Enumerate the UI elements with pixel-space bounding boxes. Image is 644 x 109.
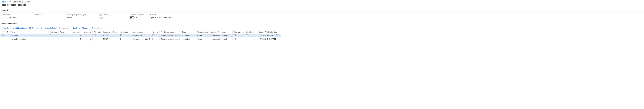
- disable-button[interactable]: Disable ⌄: [82, 27, 90, 29]
- breadcrumb-my-view[interactable]: My view⌄: [24, 1, 32, 3]
- col-header-skip-staging[interactable]: Skip staging: [119, 30, 131, 34]
- section-header-selected-entities[interactable]: Selected entities: [0, 21, 644, 26]
- breadcrumb-sep: |: [22, 1, 23, 3]
- cell-sample-expiry: 1/24/2025 5:43:47 PM: [257, 38, 281, 41]
- col-header-application-module[interactable]: Application module: [160, 30, 181, 34]
- cell-sample-expiry: 1/24/2025 5:43:30 …: [258, 35, 275, 37]
- col-header-stop-level-error[interactable]: Stop level …: [245, 30, 257, 34]
- stop-level-error-checkbox[interactable]: [246, 38, 248, 40]
- cell-sheet-lookup: Info_code_translation$: [131, 38, 151, 41]
- default-refresh-type-dropdown[interactable]: Incremental push only⌄: [210, 35, 231, 37]
- chevron-down-icon: ⌄: [149, 35, 150, 36]
- add-file-button[interactable]: + Add file ⌄: [2, 27, 11, 29]
- section-header-import[interactable]: Import: [0, 8, 644, 12]
- stop-unit-error-checkbox[interactable]: [234, 38, 236, 40]
- entity-attribute-button[interactable]: Entity attribute: [92, 27, 104, 29]
- add-template-button[interactable]: + Add template ⌄: [13, 27, 27, 29]
- col-header-disable[interactable]: Disable: [151, 30, 160, 34]
- disable-checkbox[interactable]: [152, 34, 154, 36]
- chevron-down-icon: ⌄: [79, 27, 80, 29]
- remove-entity-button[interactable]: Remove entity: [29, 27, 43, 29]
- cell-tags: Infocodes: [181, 34, 195, 38]
- cell-entity: Info code translation: [10, 38, 26, 40]
- col-header-execution-unit[interactable]: Executi…↑: [58, 30, 70, 34]
- col-header-obsolete[interactable]: Obsolete: [92, 30, 102, 34]
- obsolete-checkbox[interactable]: [94, 34, 96, 36]
- entity-link[interactable]: Info codes: [10, 35, 18, 37]
- sheet-lookup-dropdown[interactable]: Info_codes$⌄: [132, 35, 150, 37]
- col-header-tags[interactable]: Tags: [181, 30, 195, 34]
- chevron-down-icon: ⌄: [117, 35, 118, 36]
- sort-by-button[interactable]: Sort by ⌄: [72, 27, 80, 29]
- col-header-stop-unit-error[interactable]: Stop unit e…: [232, 30, 245, 34]
- col-header-entity[interactable]: Entity: [9, 30, 48, 34]
- chevron-down-icon: ⌄: [89, 27, 90, 29]
- col-header-view-map[interactable]: View map: [48, 30, 58, 34]
- chevron-down-icon: ⌄: [230, 35, 231, 36]
- col-header-select[interactable]: [0, 30, 5, 34]
- breadcrumb-sep: |: [7, 1, 8, 3]
- plus-icon: +: [2, 27, 2, 29]
- breadcrumb-import[interactable]: Import: [2, 1, 6, 3]
- field-group-id: Group ID: [150, 14, 176, 19]
- resequence-button: Resequence ⌄: [58, 27, 70, 29]
- plus-icon: +: [13, 27, 14, 29]
- col-header-level[interactable]: Level in ex…: [70, 30, 82, 34]
- stop-level-error-checkbox[interactable]: [246, 34, 248, 36]
- add-file-label: Add file: [3, 27, 9, 29]
- add-template-label: Add template: [14, 27, 25, 29]
- label-description: Description: [34, 14, 60, 16]
- source-data-format-dropdown[interactable]: EXCEL⌄: [103, 35, 118, 37]
- input-description[interactable]: [34, 16, 60, 19]
- col-header-sheet-lookup[interactable]: Sheet lookup: [131, 30, 151, 34]
- select-project-category[interactable]: Project ⌄: [98, 16, 124, 19]
- breadcrumb-ax-operations: AX : Operations: [9, 1, 21, 3]
- label-operation-type: Data project operation type: [66, 14, 92, 16]
- chevron-down-icon: ⌄: [69, 27, 70, 29]
- chevron-down-icon: ⌄: [30, 1, 32, 3]
- col-header-sequence[interactable]: Sequence: [82, 30, 92, 34]
- cell-sequence: 1: [84, 35, 91, 37]
- chevron-down-icon: ⌄: [26, 27, 27, 29]
- breadcrumb: Import | AX : Operations | My view⌄: [0, 0, 644, 3]
- import-form: Group name Description Data project oper…: [0, 12, 644, 21]
- col-header-sample-expiry[interactable]: Sample File Expiry Date: [257, 30, 281, 34]
- table-row[interactable]: Info code translation 1 1 2 EXCEL Info_c…: [0, 38, 281, 41]
- view-map-icon[interactable]: [50, 34, 51, 36]
- label-group-name: Group name: [2, 14, 28, 16]
- select-project-category-value: Project: [99, 16, 104, 18]
- breadcrumb-my-view-label: My view: [24, 1, 30, 3]
- open-in-excel-button[interactable]: Open in Excel: [45, 27, 56, 29]
- col-header-default-refresh-type[interactable]: Default refresh type: [209, 30, 232, 34]
- calendar-icon[interactable]: [276, 34, 278, 36]
- disable-checkbox[interactable]: [152, 38, 154, 40]
- input-operation-type[interactable]: [66, 16, 92, 19]
- table-row[interactable]: Info codes 1 1 1 EXCEL⌄ Info_codes$⌄ Tra…: [0, 34, 281, 38]
- cell-source-data-format: EXCEL: [102, 38, 119, 41]
- field-truncate: Truncate entity data No: [130, 14, 144, 19]
- field-group-name: Group name: [2, 14, 28, 19]
- view-map-icon[interactable]: [50, 38, 51, 40]
- cell-sequence: 2: [84, 38, 91, 40]
- stop-unit-error-checkbox[interactable]: [234, 34, 236, 36]
- col-header-entity-category[interactable]: Entity category: [195, 30, 209, 34]
- page-title: Import info codes: [0, 3, 644, 8]
- cell-level: 1: [71, 35, 81, 37]
- skip-staging-checkbox[interactable]: [120, 34, 122, 36]
- toggle-truncate[interactable]: No: [130, 16, 144, 19]
- row-radio[interactable]: [2, 34, 4, 36]
- skip-staging-checkbox[interactable]: [120, 38, 122, 40]
- label-group-id: Group ID: [150, 14, 176, 16]
- toggle-truncate-value: No: [136, 16, 138, 18]
- col-header-refresh[interactable]: [5, 30, 9, 34]
- col-header-source-data-format[interactable]: Source data format: [102, 30, 119, 34]
- input-group-name[interactable]: [2, 16, 28, 19]
- clock-icon[interactable]: [278, 34, 280, 36]
- sort-ascending-icon: ↑: [67, 32, 68, 33]
- field-operation-type: Data project operation type: [66, 14, 92, 19]
- cell-application-module: Transactions and orders: [160, 38, 181, 41]
- cell-application-module: Transactions and orders: [160, 34, 181, 38]
- input-group-id[interactable]: [150, 16, 176, 19]
- resequence-label: Resequence: [58, 27, 69, 29]
- cell-entity-category: Master: [195, 38, 209, 41]
